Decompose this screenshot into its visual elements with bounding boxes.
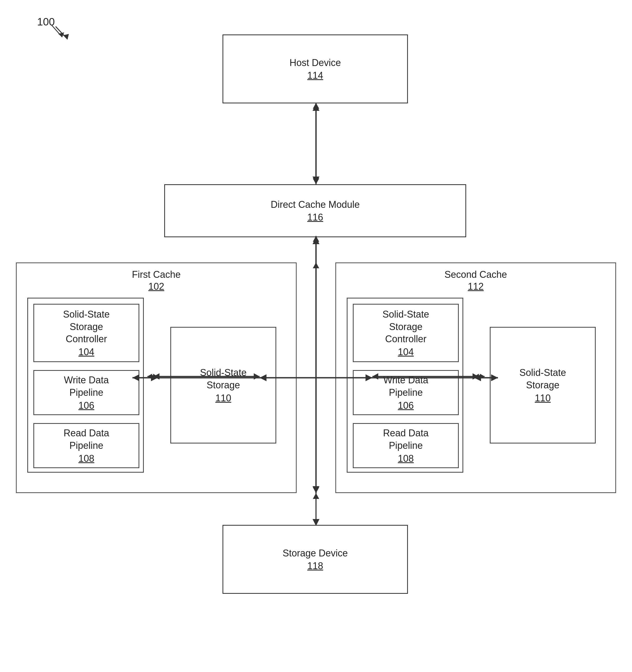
first-cache-number: 102 xyxy=(148,281,164,292)
svg-marker-29 xyxy=(312,176,320,184)
svg-marker-28 xyxy=(312,104,320,111)
svg-marker-18 xyxy=(313,493,319,499)
first-cache-ss-controller-label: Solid-State Storage Controller xyxy=(63,308,110,345)
second-cache-number: 112 xyxy=(468,281,484,292)
storage-device-label: Storage Device xyxy=(283,547,348,559)
host-device-number: 114 xyxy=(307,70,323,81)
first-cache-read-pipeline-number: 108 xyxy=(78,453,94,464)
svg-marker-32 xyxy=(312,486,320,493)
first-cache-box: First Cache 102 Solid-State Storage Cont… xyxy=(16,262,297,493)
ref-number: 100 xyxy=(37,16,55,28)
first-cache-ss-storage-box: Solid-State Storage 110 xyxy=(170,327,276,443)
second-cache-ss-controller-number: 104 xyxy=(398,346,414,358)
svg-marker-15 xyxy=(313,262,319,268)
first-cache-read-pipeline-label: Read Data Pipeline xyxy=(64,427,109,452)
second-cache-ss-controller-label: Solid-State Storage Controller xyxy=(382,308,429,345)
svg-marker-1 xyxy=(58,32,64,37)
second-cache-read-pipeline-label: Read Data Pipeline xyxy=(383,427,429,452)
second-cache-read-pipeline-number: 108 xyxy=(398,453,414,464)
second-cache-controller-group: Solid-State Storage Controller 104 Write… xyxy=(347,298,463,473)
svg-marker-4 xyxy=(313,178,319,184)
storage-device-box: Storage Device 118 xyxy=(223,525,408,594)
svg-marker-14 xyxy=(313,487,319,493)
direct-cache-module-box: Direct Cache Module 116 xyxy=(164,184,466,237)
svg-marker-26 xyxy=(63,34,69,39)
second-cache-label: Second Cache xyxy=(445,269,507,280)
first-cache-ss-storage-label: Solid-State Storage xyxy=(200,367,247,391)
second-cache-ss-storage-box: Solid-State Storage 110 xyxy=(490,327,596,443)
svg-line-25 xyxy=(56,26,68,39)
second-cache-ss-storage-number: 110 xyxy=(535,392,551,404)
second-cache-write-pipeline-number: 106 xyxy=(398,400,414,411)
host-device-label: Host Device xyxy=(289,57,341,69)
first-cache-ss-storage-number: 110 xyxy=(216,392,231,404)
second-cache-read-pipeline-box: Read Data Pipeline 108 xyxy=(353,423,459,468)
svg-marker-3 xyxy=(313,103,319,109)
second-cache-box: Second Cache 112 Solid-State Storage Con… xyxy=(335,262,616,493)
first-cache-read-pipeline-box: Read Data Pipeline 108 xyxy=(33,423,139,468)
first-cache-write-pipeline-number: 106 xyxy=(78,400,94,411)
second-cache-ss-controller-box: Solid-State Storage Controller 104 xyxy=(353,304,459,362)
direct-cache-module-label: Direct Cache Module xyxy=(271,198,360,211)
direct-cache-module-number: 116 xyxy=(307,212,323,223)
first-cache-write-pipeline-box: Write Data Pipeline 106 xyxy=(33,370,139,415)
host-device-box: Host Device 114 xyxy=(223,34,408,103)
second-cache-write-pipeline-label: Write Data Pipeline xyxy=(383,374,428,399)
first-cache-controller-group: Solid-State Storage Controller 104 Write… xyxy=(27,298,144,473)
first-cache-ss-controller-number: 104 xyxy=(78,346,94,358)
storage-device-number: 118 xyxy=(307,560,323,572)
second-cache-write-pipeline-box: Write Data Pipeline 106 xyxy=(353,370,459,415)
first-cache-ss-controller-box: Solid-State Storage Controller 104 xyxy=(33,304,139,362)
second-cache-ss-storage-label: Solid-State Storage xyxy=(520,367,566,391)
first-cache-write-pipeline-label: Write Data Pipeline xyxy=(64,374,109,399)
diagram: 100 Host Device 114 Direct Cache Module … xyxy=(0,0,632,672)
svg-marker-31 xyxy=(312,237,320,244)
first-cache-label: First Cache xyxy=(132,269,181,280)
svg-marker-17 xyxy=(313,519,319,525)
